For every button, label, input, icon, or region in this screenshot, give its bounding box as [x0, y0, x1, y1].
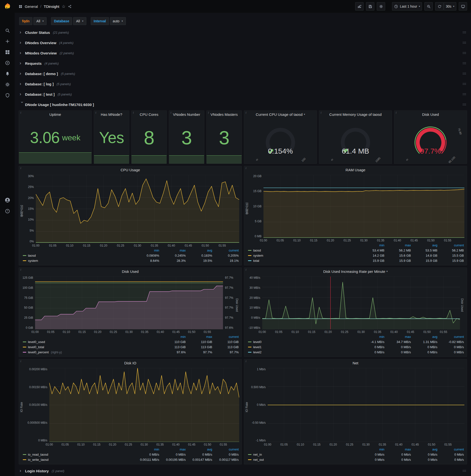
- legend-series-taosd[interactable]: taosd: [23, 254, 133, 257]
- legend-series-taosd[interactable]: taosd: [248, 249, 358, 252]
- panel-title[interactable]: Disk IO: [19, 359, 242, 367]
- legend-series-net-out[interactable]: net_out: [248, 458, 358, 461]
- legend-column-max[interactable]: max: [384, 243, 411, 247]
- row-header-requests[interactable]: ›Requests(4 panels): [19, 59, 467, 68]
- drag-handle-icon[interactable]: [463, 31, 466, 34]
- panel-title[interactable]: VNodes Masters: [206, 111, 242, 118]
- alerting-bell-icon[interactable]: [0, 69, 15, 79]
- save-dashboard-button[interactable]: [366, 2, 374, 11]
- panel-info-icon[interactable]: i: [20, 111, 21, 115]
- grafana-logo-icon[interactable]: [3, 2, 11, 10]
- legend-column-avg[interactable]: avg: [411, 243, 437, 247]
- variable-value-database[interactable]: All ▾: [73, 17, 86, 25]
- legend-column-avg[interactable]: avg: [411, 335, 437, 339]
- row-header-dnode-usage-huolinhe-tm1701-6030[interactable]: ›DNode Usage [ huolinhe-TM1701:6030 ]: [19, 100, 467, 109]
- panel-title[interactable]: Net: [244, 359, 467, 367]
- legend-series-level1[interactable]: level1: [248, 345, 358, 349]
- server-admin-shield-icon[interactable]: [0, 90, 15, 100]
- panel-title[interactable]: CPU Usage: [19, 166, 242, 173]
- panel-info-icon[interactable]: i: [20, 359, 21, 363]
- legend-column-min[interactable]: min: [358, 243, 384, 247]
- legend-column-current[interactable]: current: [437, 447, 464, 451]
- row-header-login-history[interactable]: ›Login History(1 panel): [19, 466, 467, 475]
- legend-column-max[interactable]: max: [159, 249, 186, 252]
- legend-column-avg[interactable]: avg: [186, 249, 212, 252]
- panel-title[interactable]: Disk Used Increasing Rate per Minute▾: [244, 268, 467, 275]
- legend-series-level2[interactable]: level2: [248, 350, 358, 354]
- legend-series-system[interactable]: system: [23, 259, 133, 263]
- legend-column-min[interactable]: min: [133, 447, 159, 451]
- refresh-button[interactable]: [435, 2, 443, 11]
- panel-info-icon[interactable]: i: [208, 111, 209, 115]
- row-header-mnodes-overview[interactable]: ›MNodes Overview(2 panels): [19, 49, 467, 57]
- panel-info-icon[interactable]: i: [20, 166, 21, 170]
- row-header-database-test[interactable]: ›Database: [ test ](5 panels): [19, 90, 467, 99]
- search-icon[interactable]: [0, 26, 15, 35]
- add-panel-button[interactable]: [355, 2, 364, 11]
- panel-info-icon[interactable]: i: [246, 359, 246, 363]
- drag-handle-icon[interactable]: [463, 52, 466, 54]
- legend-series-level0-percent[interactable]: level0_percent(right-y): [23, 350, 159, 354]
- panel-title[interactable]: Current Memory Usage of taosd: [319, 111, 392, 118]
- legend-series-net-in[interactable]: net_in: [248, 453, 358, 456]
- dashboards-icon[interactable]: [0, 47, 15, 57]
- drag-handle-icon[interactable]: [463, 93, 466, 95]
- drag-handle-icon[interactable]: [463, 103, 466, 106]
- legend-column-max[interactable]: max: [384, 447, 411, 451]
- chart-plot[interactable]: [35, 276, 223, 329]
- panel-title[interactable]: RAM Usage: [244, 166, 467, 173]
- legend-column-current[interactable]: current: [437, 243, 464, 247]
- time-range-picker[interactable]: Last 1 hour ▾: [392, 2, 422, 11]
- panel-info-icon[interactable]: i: [246, 268, 246, 272]
- chart-plot[interactable]: [36, 175, 239, 243]
- legend-column-current[interactable]: current: [212, 249, 239, 252]
- row-header-dnodes-overview[interactable]: ›DNodes Overview(4 panels): [19, 38, 467, 47]
- row-header-cluster-status[interactable]: ›Cluster Status(21 panels): [19, 28, 467, 37]
- share-icon[interactable]: [68, 5, 72, 8]
- legend-series-io-write-taosd[interactable]: io_write_taosd: [23, 458, 133, 461]
- panel-info-icon[interactable]: i: [133, 111, 134, 115]
- legend-column-max[interactable]: max: [159, 447, 186, 451]
- legend-column-current[interactable]: current: [212, 447, 239, 451]
- row-header-database-log[interactable]: ›Database: [ log ](5 panels): [19, 80, 467, 88]
- help-icon[interactable]: ?: [0, 206, 15, 216]
- drag-handle-icon[interactable]: [463, 72, 466, 75]
- legend-series-system[interactable]: system: [248, 254, 358, 257]
- legend-column-min[interactable]: min: [159, 335, 186, 339]
- drag-handle-icon[interactable]: [463, 83, 466, 85]
- legend-series-level0-total[interactable]: level0_total: [23, 345, 159, 349]
- chart-plot[interactable]: [264, 175, 464, 238]
- cycle-view-mode-button[interactable]: [459, 2, 467, 11]
- configuration-gear-icon[interactable]: [0, 80, 15, 89]
- panel-title[interactable]: Disk Used: [394, 111, 467, 118]
- panel-info-icon[interactable]: i: [246, 166, 246, 170]
- legend-column-min[interactable]: min: [358, 335, 384, 339]
- panel-title[interactable]: Current CPU Usage of taosd▾: [244, 111, 317, 118]
- legend-column-avg[interactable]: avg: [186, 447, 212, 451]
- panel-title[interactable]: CPU Cores: [132, 111, 167, 118]
- panel-info-icon[interactable]: i: [396, 111, 396, 115]
- variable-value-interval[interactable]: auto ▾: [110, 17, 126, 25]
- panel-info-icon[interactable]: i: [321, 111, 321, 115]
- drag-handle-icon[interactable]: [463, 41, 466, 44]
- create-plus-icon[interactable]: [0, 36, 15, 46]
- chart-plot[interactable]: [268, 368, 464, 442]
- legend-column-current[interactable]: current: [212, 335, 239, 339]
- drag-handle-icon[interactable]: [463, 62, 466, 65]
- row-header-database-demo[interactable]: ›Database: [ demo ](5 panels): [19, 69, 467, 78]
- legend-column-avg[interactable]: avg: [411, 447, 437, 451]
- user-avatar[interactable]: [0, 195, 15, 205]
- dashboard-title[interactable]: TDinsight: [44, 4, 59, 9]
- panel-title[interactable]: Has MNode?: [94, 111, 129, 118]
- legend-series-level0-used[interactable]: level0_used: [23, 340, 159, 344]
- dashboard-settings-button[interactable]: [377, 2, 385, 11]
- refresh-interval-picker[interactable]: 30s ▾: [444, 2, 456, 11]
- panel-title[interactable]: Uptime: [19, 111, 91, 118]
- explore-compass-icon[interactable]: [0, 58, 15, 68]
- legend-column-max[interactable]: max: [384, 335, 411, 339]
- breadcrumb-folder[interactable]: General: [25, 4, 38, 9]
- panel-info-icon[interactable]: i: [20, 268, 21, 272]
- legend-series-level0[interactable]: level0: [248, 340, 358, 344]
- chart-plot[interactable]: [49, 368, 239, 442]
- legend-column-min[interactable]: min: [358, 447, 384, 451]
